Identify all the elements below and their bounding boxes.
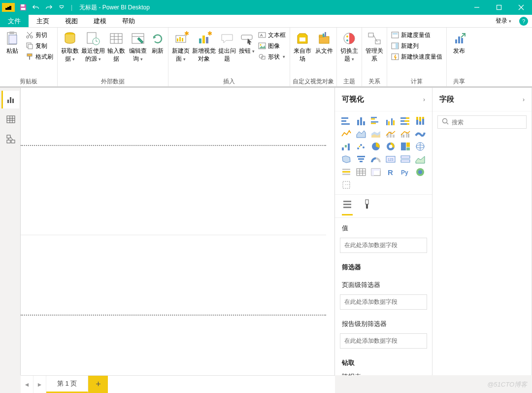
maximize-button[interactable]: [488, 0, 510, 15]
edit-queries-button[interactable]: 编辑查询: [128, 29, 148, 77]
fields-well-tab[interactable]: [342, 199, 353, 215]
viz-line[interactable]: [340, 128, 353, 139]
help-button[interactable]: ?: [519, 17, 528, 26]
menu-tab-help[interactable]: 帮助: [114, 15, 143, 27]
ribbon-group-insert: ✱新建页面 ✱新增视觉对象 提出问题 按钮 A文本框 图像 形状▾ 插入: [168, 28, 290, 86]
new-page-button[interactable]: ✱新建页面: [170, 29, 191, 77]
viz-100-stacked-bar[interactable]: [399, 115, 412, 126]
image-button[interactable]: 图像: [256, 40, 288, 51]
viz-waterfall[interactable]: [340, 141, 353, 152]
viz-ribbon[interactable]: [414, 128, 427, 139]
manage-relationships-button[interactable]: 管理关系: [364, 29, 385, 77]
menu-tab-modeling[interactable]: 建模: [86, 15, 114, 27]
from-file-button[interactable]: 从文件: [314, 29, 334, 77]
svg-rect-79: [341, 123, 350, 125]
publish-button[interactable]: 发布: [449, 29, 469, 77]
cut-button[interactable]: 剪切: [24, 30, 55, 40]
fields-search-input[interactable]: [452, 119, 526, 126]
format-painter-button[interactable]: 格式刷: [24, 51, 55, 62]
model-view-button[interactable]: [1, 130, 19, 148]
viz-scatter[interactable]: [355, 141, 367, 152]
qat-customize-button[interactable]: [55, 1, 68, 14]
menu-tab-home[interactable]: 主页: [29, 15, 57, 27]
viz-clustered-column[interactable]: [384, 115, 397, 126]
report-view-button[interactable]: [1, 91, 19, 108]
new-measure-button[interactable]: 新建度量值: [389, 30, 444, 40]
viz-arcgis[interactable]: [414, 167, 427, 178]
new-column-button[interactable]: 新建列: [389, 40, 444, 51]
svg-rect-109: [408, 134, 409, 138]
page-tab-1[interactable]: 第 1 页: [46, 376, 88, 393]
report-filters-drop-zone[interactable]: 在此处添加数据字段: [340, 333, 427, 349]
viz-filled-map[interactable]: [340, 154, 353, 165]
data-view-button[interactable]: [1, 110, 19, 128]
viz-gauge[interactable]: [369, 154, 382, 165]
viz-card[interactable]: 123: [384, 154, 397, 165]
page-next-button[interactable]: ►: [33, 376, 46, 393]
values-drop-zone[interactable]: 在此处添加数据字段: [340, 238, 427, 253]
close-button[interactable]: [510, 0, 532, 15]
viz-stacked-bar[interactable]: [340, 115, 353, 126]
viz-matrix[interactable]: [369, 167, 382, 178]
viz-stacked-area[interactable]: [369, 128, 382, 139]
page-prev-button[interactable]: ◄: [21, 376, 33, 393]
copy-button[interactable]: 复制: [24, 40, 55, 51]
svg-rect-92: [406, 117, 409, 119]
get-data-button[interactable]: 获取数据: [60, 29, 80, 77]
viz-import-custom[interactable]: ⋯: [340, 179, 353, 190]
refresh-button[interactable]: 刷新: [149, 29, 166, 77]
qat-save-button[interactable]: [17, 1, 30, 14]
viz-donut[interactable]: [384, 141, 397, 152]
viz-pie[interactable]: [369, 141, 382, 152]
svg-point-51: [346, 36, 348, 37]
svg-rect-135: [342, 174, 350, 175]
collapse-fields-button[interactable]: ›: [523, 96, 525, 103]
svg-rect-133: [342, 169, 350, 170]
collapse-visualizations-button[interactable]: ›: [423, 96, 425, 103]
viz-kpi[interactable]: [414, 154, 427, 165]
add-page-button[interactable]: +: [88, 376, 108, 393]
minimize-button[interactable]: [466, 0, 488, 15]
new-visual-icon: ✱: [196, 31, 212, 46]
viz-funnel[interactable]: [355, 154, 367, 165]
fields-search[interactable]: [437, 115, 527, 129]
shapes-button[interactable]: 形状▾: [256, 51, 288, 62]
report-canvas[interactable]: [21, 88, 335, 375]
menu-tab-view[interactable]: 视图: [57, 15, 86, 27]
viz-clustered-bar[interactable]: [369, 115, 382, 126]
recent-sources-button[interactable]: 最近使用的源: [81, 29, 105, 77]
viz-py-script[interactable]: Py: [399, 167, 412, 178]
svg-rect-64: [7, 100, 9, 103]
qat-redo-button[interactable]: [42, 1, 55, 14]
new-quick-measure-button[interactable]: 新建快速度量值: [389, 51, 444, 62]
from-marketplace-button[interactable]: 来自市场: [292, 29, 313, 77]
viz-line-stacked-column[interactable]: [384, 128, 397, 139]
paste-button[interactable]: 粘贴: [2, 29, 23, 77]
ask-question-button[interactable]: 提出问题: [217, 29, 237, 77]
relationships-icon: [366, 31, 382, 46]
qat-undo-button[interactable]: [30, 1, 42, 14]
viz-slicer[interactable]: [340, 167, 353, 178]
buttons-dropdown[interactable]: 按钮: [238, 29, 255, 77]
viz-r-script[interactable]: R: [384, 167, 397, 178]
svg-rect-102: [422, 117, 424, 119]
viz-map[interactable]: [414, 141, 427, 152]
textbox-button[interactable]: A文本框: [256, 30, 288, 40]
viz-100-stacked-column[interactable]: [414, 115, 427, 126]
report-filters-label: 报告级别筛选器: [335, 314, 432, 331]
enter-data-button[interactable]: 输入数据: [106, 29, 127, 77]
viz-area[interactable]: [355, 128, 367, 139]
page-filters-drop-zone[interactable]: 在此处添加数据字段: [340, 294, 427, 310]
login-button[interactable]: 登录▾: [492, 17, 515, 25]
viz-table[interactable]: [355, 167, 367, 178]
menu-tab-file[interactable]: 文件: [0, 15, 29, 27]
viz-multi-row-card[interactable]: [399, 154, 412, 165]
viz-line-clustered-column[interactable]: [399, 128, 412, 139]
svg-line-76: [10, 137, 13, 140]
format-tab[interactable]: [362, 199, 372, 215]
switch-theme-button[interactable]: 切换主题: [339, 29, 360, 77]
new-visual-button[interactable]: ✱新增视觉对象: [192, 29, 216, 77]
page-tabs-bar: ◄ ► 第 1 页 +: [21, 375, 335, 393]
viz-stacked-column[interactable]: [355, 115, 367, 126]
viz-treemap[interactable]: [399, 141, 412, 152]
